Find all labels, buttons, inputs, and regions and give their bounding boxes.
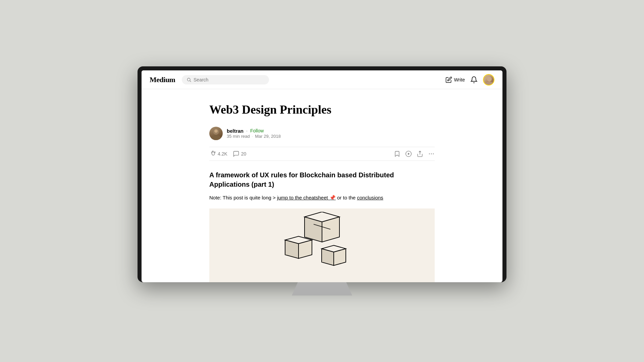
svg-point-10 [429, 153, 430, 154]
blockchain-blocks-illustration [268, 212, 376, 279]
svg-point-2 [487, 77, 492, 81]
clap-count: 4.2K [218, 151, 227, 157]
comment-count: 20 [241, 151, 247, 157]
action-bar: 4.2K 20 [209, 147, 435, 161]
write-icon [445, 76, 452, 83]
article-note: Note: This post is quite long > jump to … [209, 194, 435, 202]
author-info: beltran · Follow 35 min read · Mar 29, 2… [227, 128, 281, 139]
search-icon [186, 77, 192, 82]
monitor-screen: Medium Write [142, 70, 502, 282]
article-content: Web3 Design Principles [201, 89, 443, 282]
share-button[interactable] [417, 150, 423, 157]
search-bar[interactable] [182, 75, 269, 84]
svg-point-0 [187, 78, 191, 81]
follow-button[interactable]: Follow [250, 128, 264, 133]
comment-action[interactable]: 20 [233, 150, 247, 157]
avatar-image [484, 75, 494, 85]
bookmark-button[interactable] [394, 150, 400, 157]
dot-separator: · [246, 128, 248, 133]
author-name[interactable]: beltran [227, 128, 244, 134]
search-input[interactable] [194, 77, 264, 82]
svg-point-12 [433, 153, 434, 154]
write-label: Write [454, 77, 465, 82]
cheatsheet-link[interactable]: jump to the cheatsheet 📌 [277, 195, 336, 200]
action-left: 4.2K 20 [209, 150, 246, 157]
article-subtitle: A framework of UX rules for Blockchain b… [209, 170, 435, 189]
svg-line-1 [190, 81, 191, 82]
more-icon [428, 150, 435, 157]
svg-marker-8 [408, 153, 410, 155]
more-options-button[interactable] [428, 150, 435, 157]
author-avatar[interactable] [209, 127, 223, 140]
play-icon [405, 150, 412, 157]
nav-right: Write [445, 74, 494, 85]
author-name-row: beltran · Follow [227, 128, 281, 134]
user-avatar[interactable] [483, 74, 494, 85]
svg-point-6 [214, 129, 218, 133]
share-icon [417, 150, 423, 157]
svg-point-5 [211, 135, 221, 140]
action-right [394, 150, 435, 157]
svg-point-3 [486, 81, 493, 85]
clap-icon [209, 150, 216, 157]
monitor: Medium Write [138, 66, 506, 295]
read-time: 35 min read [227, 134, 250, 139]
notifications-icon[interactable] [470, 76, 478, 83]
conclusions-link[interactable]: conclusions [357, 195, 383, 200]
listen-button[interactable] [405, 150, 412, 157]
note-middle: or to the [336, 195, 357, 200]
comment-icon [233, 150, 239, 157]
meta-separator: · [252, 134, 253, 139]
author-avatar-image [209, 127, 223, 140]
site-logo[interactable]: Medium [150, 75, 175, 84]
meta-row: 35 min read · Mar 29, 2018 [227, 134, 281, 139]
author-row: beltran · Follow 35 min read · Mar 29, 2… [209, 127, 435, 140]
monitor-frame: Medium Write [138, 66, 506, 282]
navbar: Medium Write [142, 70, 502, 89]
svg-marker-21 [322, 249, 334, 265]
clap-action[interactable]: 4.2K [209, 150, 227, 157]
note-prefix: Note: This post is quite long > [209, 195, 277, 200]
publish-date: Mar 29, 2018 [255, 134, 281, 139]
bookmark-icon [394, 150, 400, 157]
monitor-stand [292, 282, 352, 296]
article-image [209, 208, 435, 282]
write-button[interactable]: Write [445, 76, 465, 83]
svg-point-11 [431, 153, 432, 154]
article-title: Web3 Design Principles [209, 103, 435, 117]
svg-marker-20 [334, 249, 346, 265]
